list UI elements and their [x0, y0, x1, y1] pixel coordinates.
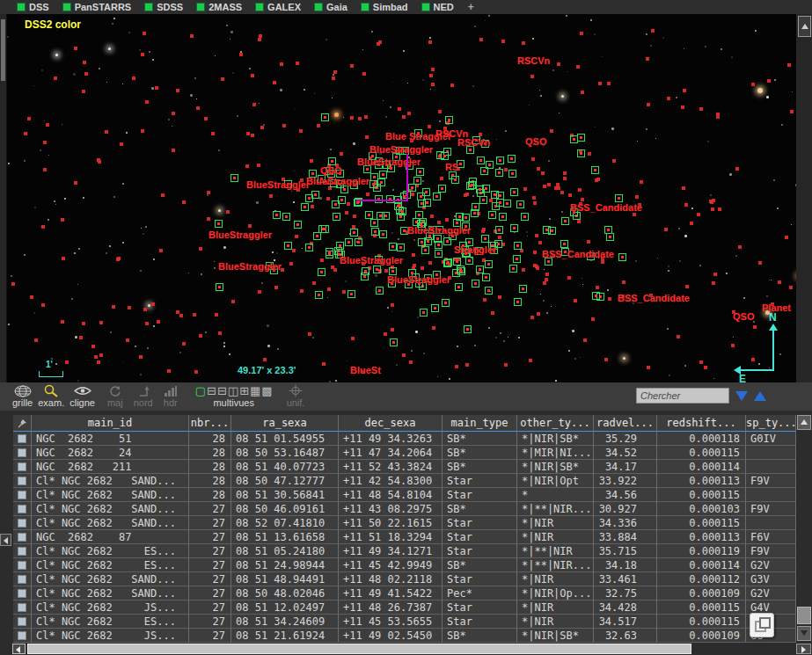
simbad-source-marker[interactable]	[43, 141, 47, 144]
simbad-source-marker[interactable]	[664, 228, 668, 231]
catalog-source-marker[interactable]	[377, 178, 385, 186]
scrollbar-thumb[interactable]	[797, 607, 811, 624]
viewer-vertical-scrollbar-right[interactable]	[796, 14, 812, 382]
sky-view[interactable]: RSCVnBlue StragglerRSCVnRSCVnQSOBlueStra…	[7, 14, 796, 382]
simbad-source-marker[interactable]	[581, 198, 584, 201]
catalog-source-marker[interactable]	[332, 200, 340, 208]
simbad-source-marker[interactable]	[531, 157, 535, 161]
simbad-source-marker[interactable]	[199, 247, 202, 251]
catalog-source-marker[interactable]	[481, 235, 489, 243]
catalog-source-marker[interactable]	[421, 246, 429, 254]
simbad-source-marker[interactable]	[155, 86, 158, 90]
simbad-source-marker[interactable]	[522, 41, 525, 45]
search-down-icon[interactable]	[735, 391, 748, 401]
cell-main-id[interactable]: NGC 2682 24	[32, 446, 189, 460]
catalog-source-marker[interactable]	[370, 219, 378, 227]
catalog-source-marker[interactable]	[418, 200, 426, 207]
catalog-source-marker[interactable]	[435, 250, 443, 258]
catalog-source-marker[interactable]	[438, 185, 446, 193]
catalog-source-marker[interactable]	[216, 283, 223, 291]
catalog-source-marker[interactable]	[465, 257, 473, 265]
simbad-source-marker[interactable]	[362, 72, 366, 76]
simbad-source-marker[interactable]	[143, 308, 147, 311]
simbad-source-marker[interactable]	[440, 177, 443, 180]
catalog-source-marker[interactable]	[514, 298, 522, 306]
simbad-source-marker[interactable]	[190, 34, 194, 38]
simbad-source-marker[interactable]	[327, 287, 331, 291]
simbad-source-marker[interactable]	[568, 193, 572, 197]
single-view-icon[interactable]: ▢	[195, 385, 206, 397]
simbad-source-marker[interactable]	[712, 281, 715, 285]
simbad-source-marker[interactable]	[128, 306, 131, 309]
simbad-source-marker[interactable]	[116, 258, 120, 261]
pin-column-header[interactable]	[13, 415, 32, 432]
simbad-source-marker[interactable]	[587, 240, 590, 244]
simbad-source-marker[interactable]	[82, 90, 85, 93]
column-header-ra_sexa[interactable]: ra_sexa	[231, 415, 339, 432]
simbad-source-marker[interactable]	[207, 217, 210, 221]
catalog-source-marker[interactable]	[362, 267, 369, 275]
simbad-source-marker[interactable]	[194, 370, 198, 374]
catalog-source-marker[interactable]	[345, 238, 353, 246]
catalog-source-marker[interactable]	[445, 116, 453, 124]
simbad-source-marker[interactable]	[377, 42, 380, 46]
simbad-source-marker[interactable]	[560, 191, 564, 194]
catalog-source-marker[interactable]	[301, 203, 309, 211]
catalog-source-marker[interactable]	[451, 176, 459, 184]
simbad-source-marker[interactable]	[409, 360, 413, 364]
tab-panstarrs[interactable]: PanSTARRS	[56, 0, 138, 14]
cell-main-id[interactable]: Cl* NGC 2682 ES...	[32, 544, 189, 558]
catalog-source-marker[interactable]	[315, 291, 323, 299]
simbad-source-marker[interactable]	[82, 322, 85, 325]
table-row[interactable]: Cl* NGC 2682 ES... 27 08 51 24.98944 +11…	[13, 558, 796, 572]
simbad-source-marker[interactable]	[351, 337, 355, 340]
simbad-source-marker[interactable]	[120, 142, 123, 146]
simbad-source-marker[interactable]	[300, 289, 304, 293]
simbad-source-marker[interactable]	[333, 268, 337, 272]
simbad-source-marker[interactable]	[11, 282, 15, 286]
catalog-source-marker[interactable]	[328, 157, 336, 165]
simbad-source-marker[interactable]	[580, 32, 583, 35]
multivues-button[interactable]: ▢⊟⊟◫⊞▦▩multivues	[195, 384, 273, 408]
simbad-source-marker[interactable]	[711, 207, 714, 211]
catalog-source-marker[interactable]	[453, 258, 461, 266]
simbad-source-marker[interactable]	[65, 360, 69, 364]
catalog-source-marker[interactable]	[321, 225, 329, 233]
simbad-source-marker[interactable]	[682, 186, 685, 190]
simbad-source-marker[interactable]	[182, 342, 186, 346]
simbad-source-marker[interactable]	[310, 159, 313, 163]
simbad-source-marker[interactable]	[193, 313, 196, 317]
column-header-redshift[interactable]: redshift...	[657, 415, 746, 432]
simbad-source-marker[interactable]	[533, 264, 537, 267]
catalog-source-marker[interactable]	[591, 166, 599, 174]
catalog-source-marker[interactable]	[441, 152, 449, 160]
simbad-source-marker[interactable]	[712, 199, 715, 202]
catalog-source-marker[interactable]	[370, 173, 378, 181]
simbad-source-marker[interactable]	[258, 38, 261, 41]
catalog-source-marker[interactable]	[495, 226, 503, 234]
simbad-source-marker[interactable]	[567, 276, 571, 280]
table-horizontal-scrollbar[interactable]	[0, 644, 812, 655]
simbad-source-marker[interactable]	[640, 180, 643, 184]
catalog-source-marker[interactable]	[592, 292, 600, 300]
collapse-panel-icon[interactable]	[0, 534, 11, 546]
simbad-source-marker[interactable]	[667, 97, 670, 100]
simbad-source-marker[interactable]	[498, 236, 501, 239]
simbad-source-marker[interactable]	[345, 211, 348, 215]
simbad-source-marker[interactable]	[269, 194, 273, 198]
simbad-source-marker[interactable]	[196, 106, 200, 110]
simbad-source-marker[interactable]	[530, 316, 534, 319]
simbad-source-marker[interactable]	[595, 178, 598, 182]
simbad-source-marker[interactable]	[767, 79, 771, 83]
table-row[interactable]: Cl* NGC 2682 SAND... 27 08 50 46.09161 +…	[13, 502, 796, 516]
cell-main-id[interactable]: NGC 2682 87	[32, 530, 189, 544]
row-checkbox[interactable]	[18, 477, 26, 485]
simbad-source-marker[interactable]	[98, 160, 101, 164]
simbad-source-marker[interactable]	[523, 187, 527, 191]
simbad-source-marker[interactable]	[179, 314, 183, 317]
simbad-source-marker[interactable]	[34, 338, 38, 342]
simbad-source-marker[interactable]	[438, 110, 442, 113]
simbad-source-marker[interactable]	[161, 193, 165, 197]
catalog-source-marker[interactable]	[577, 149, 585, 157]
grille-button[interactable]: grille	[12, 384, 33, 408]
